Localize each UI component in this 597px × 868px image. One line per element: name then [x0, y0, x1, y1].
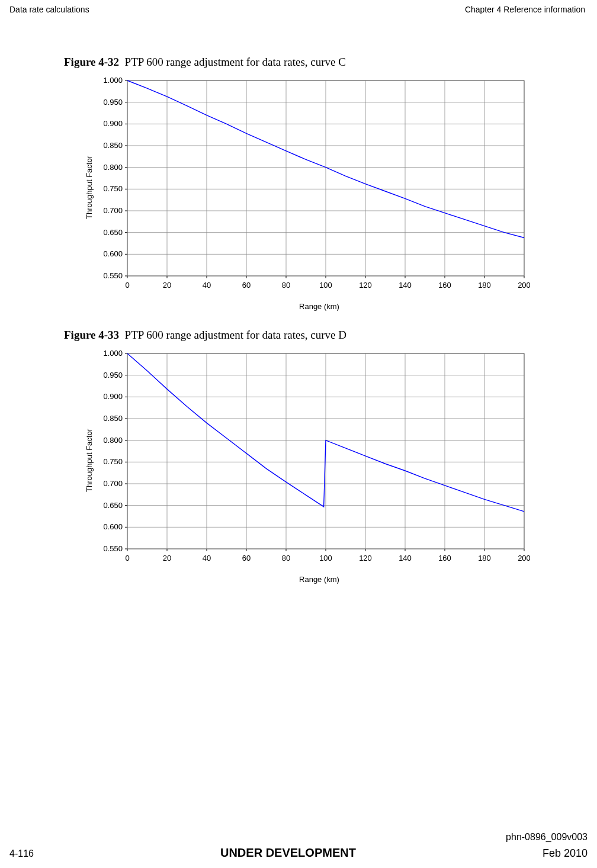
x-axis-label: Range (km) — [299, 575, 339, 584]
svg-text:0: 0 — [125, 281, 129, 290]
svg-text:0.950: 0.950 — [103, 98, 123, 107]
svg-text:60: 60 — [242, 281, 251, 290]
figure-label: Figure 4-32 — [64, 56, 119, 68]
svg-text:0.750: 0.750 — [103, 457, 123, 466]
svg-text:180: 180 — [478, 554, 491, 562]
svg-text:0.650: 0.650 — [103, 501, 123, 510]
svg-text:40: 40 — [203, 281, 211, 290]
footer-date: Feb 2010 — [543, 847, 588, 860]
x-axis-label: Range (km) — [299, 302, 339, 311]
svg-text:1.000: 1.000 — [103, 76, 123, 85]
svg-text:0.900: 0.900 — [103, 392, 123, 401]
svg-text:160: 160 — [438, 554, 451, 562]
svg-text:60: 60 — [242, 554, 251, 562]
svg-text:0.700: 0.700 — [103, 206, 123, 215]
svg-text:100: 100 — [319, 281, 332, 290]
y-axis-label: Throughput Factor — [85, 429, 94, 492]
status-text: UNDER DEVELOPMENT — [220, 846, 356, 860]
chart-svg-c: 0.5500.6000.6500.7000.7500.8000.8500.900… — [95, 75, 530, 300]
svg-text:0: 0 — [125, 554, 129, 562]
svg-text:120: 120 — [359, 554, 372, 562]
doc-id: phn-0896_009v003 — [9, 832, 588, 843]
figure-caption: Figure 4-32 PTP 600 range adjustment for… — [64, 56, 533, 69]
svg-text:180: 180 — [478, 281, 491, 290]
figure-title: PTP 600 range adjustment for data rates,… — [125, 56, 346, 68]
svg-text:0.750: 0.750 — [103, 184, 123, 193]
svg-text:0.950: 0.950 — [103, 371, 123, 380]
svg-text:100: 100 — [319, 554, 332, 562]
y-axis-label: Throughput Factor — [85, 156, 94, 219]
svg-text:0.700: 0.700 — [103, 479, 123, 488]
header-left: Data rate calculations — [9, 5, 89, 14]
svg-text:200: 200 — [518, 281, 530, 290]
svg-text:80: 80 — [282, 554, 290, 562]
svg-text:0.800: 0.800 — [103, 163, 123, 172]
header-right: Chapter 4 Reference information — [465, 5, 585, 14]
svg-text:80: 80 — [282, 281, 290, 290]
svg-text:0.600: 0.600 — [103, 249, 123, 258]
figure-label: Figure 4-33 — [64, 329, 119, 341]
svg-text:0.900: 0.900 — [103, 119, 123, 128]
svg-text:0.800: 0.800 — [103, 436, 123, 445]
chart-curve-c: Throughput Factor 0.5500.6000.6500.7000.… — [82, 75, 533, 311]
figure-4-32: Figure 4-32 PTP 600 range adjustment for… — [0, 56, 597, 311]
svg-text:0.550: 0.550 — [103, 271, 123, 280]
svg-text:0.850: 0.850 — [103, 141, 123, 150]
svg-text:0.850: 0.850 — [103, 414, 123, 423]
svg-text:160: 160 — [438, 281, 451, 290]
page-footer: phn-0896_009v003 4-116 UNDER DEVELOPMENT… — [9, 832, 588, 860]
chart-svg-d: 0.5500.6000.6500.7000.7500.8000.8500.900… — [95, 348, 530, 573]
svg-text:1.000: 1.000 — [103, 349, 123, 358]
svg-text:40: 40 — [203, 554, 211, 562]
svg-text:20: 20 — [163, 554, 171, 562]
svg-text:0.550: 0.550 — [103, 544, 123, 553]
svg-text:120: 120 — [359, 281, 372, 290]
svg-text:0.650: 0.650 — [103, 228, 123, 237]
figure-caption: Figure 4-33 PTP 600 range adjustment for… — [64, 329, 533, 342]
svg-text:0.600: 0.600 — [103, 522, 123, 531]
svg-text:20: 20 — [163, 281, 171, 290]
chart-curve-d: Throughput Factor 0.5500.6000.6500.7000.… — [82, 348, 533, 584]
figure-title: PTP 600 range adjustment for data rates,… — [125, 329, 346, 341]
svg-text:140: 140 — [399, 554, 412, 562]
figure-4-33: Figure 4-33 PTP 600 range adjustment for… — [0, 329, 597, 584]
page-header: Data rate calculations Chapter 4 Referen… — [0, 0, 597, 14]
page-number: 4-116 — [9, 848, 34, 859]
svg-text:140: 140 — [399, 281, 412, 290]
svg-text:200: 200 — [518, 554, 530, 562]
